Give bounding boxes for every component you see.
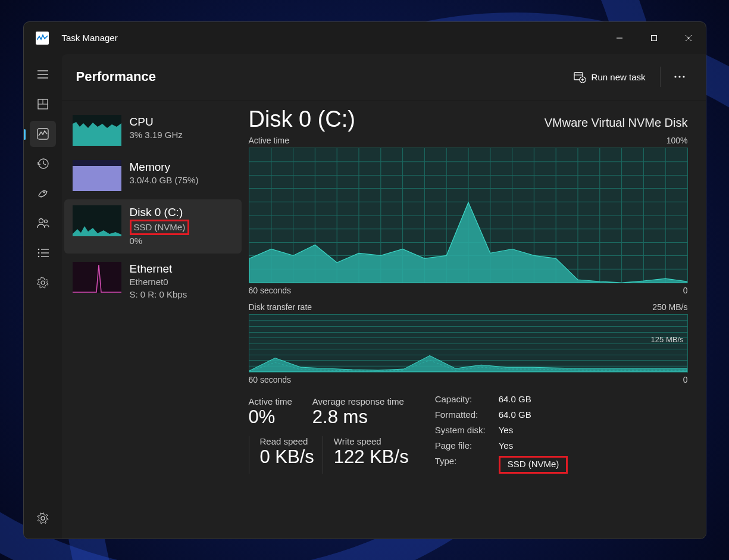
- active-time-label: Active time: [249, 396, 292, 406]
- write-value: 122 KB/s: [334, 446, 409, 468]
- svg-marker-72: [249, 355, 687, 371]
- close-button[interactable]: [671, 22, 706, 54]
- type-k: Type:: [435, 456, 486, 474]
- svg-point-15: [37, 248, 39, 250]
- run-task-label: Run new task: [592, 72, 646, 82]
- nav-services[interactable]: [30, 270, 56, 296]
- task-manager-window: Task Manager Performance: [23, 21, 706, 539]
- svg-rect-1: [651, 35, 656, 40]
- nav-startup[interactable]: [30, 180, 56, 207]
- sidebar-item-ethernet[interactable]: Ethernet Ethernet0 S: 0 R: 0 Kbps: [64, 256, 242, 306]
- toolbar: Performance Run new task: [62, 54, 706, 101]
- avg-resp-value: 2.8 ms: [312, 406, 404, 428]
- toolbar-divider: [660, 67, 661, 87]
- svg-point-21: [41, 281, 45, 284]
- active-time-value: 0%: [249, 406, 292, 428]
- nav-processes[interactable]: [30, 91, 56, 117]
- ethernet-title: Ethernet: [130, 262, 187, 277]
- disk-pct: 0%: [130, 235, 190, 247]
- ethernet-sub1: Ethernet0: [130, 276, 187, 288]
- chart1-label: Active time: [249, 136, 289, 145]
- svg-point-19: [37, 255, 39, 257]
- svg-marker-31: [73, 122, 121, 146]
- memory-thumb: [73, 160, 121, 191]
- svg-point-14: [44, 220, 47, 223]
- cpu-thumb: [73, 115, 121, 146]
- minimize-button[interactable]: [602, 22, 637, 54]
- sysdisk-k: System disk:: [435, 425, 486, 437]
- ethernet-sub2: S: 0 R: 0 Kbps: [130, 289, 187, 301]
- detail-panel: Disk 0 (C:) VMware Virtual NVMe Disk Act…: [246, 101, 706, 539]
- titlebar: Task Manager: [24, 22, 706, 54]
- sidebar-item-cpu[interactable]: CPU 3% 3.19 GHz: [64, 109, 242, 152]
- svg-point-13: [39, 218, 43, 223]
- chart1-xright: 0: [683, 286, 688, 295]
- run-task-icon: [574, 71, 586, 83]
- chart2-xright: 0: [683, 375, 688, 384]
- svg-point-30: [683, 76, 684, 77]
- nav-settings[interactable]: [30, 505, 56, 531]
- capacity-k: Capacity:: [435, 394, 486, 406]
- sysdisk-v: Yes: [499, 425, 568, 437]
- read-value: 0 KB/s: [260, 446, 314, 468]
- sidebar-item-memory[interactable]: Memory 3.0/4.0 GB (75%): [64, 154, 242, 197]
- svg-point-28: [674, 76, 676, 77]
- ethernet-thumb: [73, 262, 121, 293]
- chart2-midlabel: 125 MB/s: [651, 335, 684, 344]
- performance-sidebar: CPU 3% 3.19 GHz Memory 3.0/4.0 GB (75%): [62, 101, 246, 539]
- nav-users[interactable]: [30, 210, 56, 236]
- cpu-sub: 3% 3.19 GHz: [130, 129, 183, 141]
- formatted-k: Formatted:: [435, 409, 486, 421]
- app-title: Task Manager: [62, 33, 118, 43]
- disk-title: Disk 0 (C:): [130, 205, 190, 220]
- more-options-button[interactable]: [668, 65, 692, 89]
- sidebar-item-disk[interactable]: Disk 0 (C:) SSD (NVMe) 0%: [64, 199, 242, 254]
- cpu-title: CPU: [130, 115, 183, 130]
- run-new-task-button[interactable]: Run new task: [567, 66, 653, 87]
- svg-marker-33: [73, 226, 121, 236]
- pagefile-v: Yes: [499, 440, 568, 452]
- disk-type-highlight: SSD (NVMe): [130, 220, 190, 235]
- chart1-xleft: 60 seconds: [249, 286, 292, 295]
- svg-point-12: [43, 191, 45, 193]
- pagefile-k: Page file:: [435, 440, 486, 452]
- formatted-v: 64.0 GB: [499, 409, 568, 421]
- detail-model: VMware Virtual NVMe Disk: [545, 116, 688, 130]
- nav-performance[interactable]: [30, 121, 56, 147]
- avg-resp-label: Average response time: [312, 396, 404, 406]
- capacity-v: 64.0 GB: [499, 394, 568, 406]
- hamburger-button[interactable]: [30, 61, 56, 87]
- active-time-chart[interactable]: [249, 148, 688, 283]
- svg-point-22: [41, 517, 45, 520]
- chart1-max: 100%: [667, 136, 688, 145]
- type-v-highlight: SSD (NVMe): [499, 456, 568, 474]
- page-title: Performance: [76, 69, 157, 85]
- app-icon: [36, 32, 49, 45]
- svg-rect-32: [73, 166, 121, 191]
- nav-details[interactable]: [30, 240, 56, 266]
- read-label: Read speed: [260, 436, 314, 446]
- maximize-button[interactable]: [637, 22, 671, 54]
- svg-point-17: [37, 252, 39, 254]
- chart2-max: 250 MB/s: [652, 302, 687, 312]
- chart2-label: Disk transfer rate: [249, 302, 312, 312]
- transfer-rate-chart[interactable]: 125 MB/s: [249, 314, 688, 373]
- memory-sub: 3.0/4.0 GB (75%): [130, 174, 199, 186]
- write-label: Write speed: [334, 436, 409, 446]
- disk-properties: Capacity:64.0 GB Formatted:64.0 GB Syste…: [435, 394, 568, 474]
- svg-point-29: [678, 76, 680, 77]
- nav-app-history[interactable]: [30, 151, 56, 177]
- chart2-xleft: 60 seconds: [249, 375, 292, 384]
- detail-title: Disk 0 (C:): [249, 107, 355, 132]
- memory-title: Memory: [130, 160, 199, 175]
- disk-thumb: [73, 205, 121, 236]
- nav-rail: [24, 54, 62, 539]
